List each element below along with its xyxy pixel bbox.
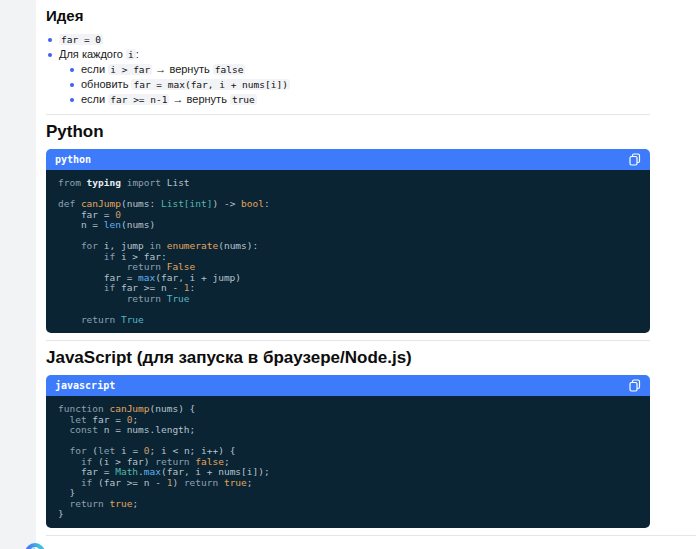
footer-row: Если скажете, на каком языке нужно (C++,… bbox=[46, 543, 650, 549]
code-token: return bbox=[184, 477, 224, 488]
code-token: False bbox=[167, 261, 196, 272]
python-code-block: python from typing import List def canJu… bbox=[46, 149, 650, 333]
inline-code: far >= n-1 bbox=[108, 94, 169, 105]
inline-code: i bbox=[126, 49, 136, 60]
code-token: Math bbox=[115, 466, 138, 477]
code-language-label: javascript bbox=[55, 380, 115, 391]
code-token: i, jump bbox=[104, 240, 150, 251]
idea-heading: Идея bbox=[46, 7, 650, 24]
code-line: return True bbox=[58, 294, 638, 305]
footer-note: Если скажете, на каком языке нужно (C++,… bbox=[48, 546, 451, 549]
idea-bullet: обновить far = max(far, i + nums[i]) bbox=[68, 77, 650, 92]
code-token: True bbox=[121, 314, 144, 325]
code-token: true bbox=[109, 498, 132, 509]
code-token: for bbox=[58, 445, 92, 456]
code-token: max bbox=[138, 272, 155, 283]
code-token: 0 bbox=[115, 209, 121, 220]
code-line: } bbox=[58, 509, 638, 520]
code-token: return bbox=[58, 314, 121, 325]
code-token: def bbox=[58, 198, 81, 209]
code-token: for bbox=[58, 240, 104, 251]
code-token: canJump bbox=[109, 403, 149, 414]
code-token: true bbox=[224, 477, 247, 488]
inline-code: far = 0 bbox=[59, 34, 103, 45]
code-token: const bbox=[58, 424, 104, 435]
code-token: i = bbox=[121, 445, 144, 456]
code-line: const n = nums.length; bbox=[58, 425, 638, 436]
python-code: from typing import List def canJump(nums… bbox=[46, 170, 650, 333]
javascript-code-header: javascript bbox=[46, 375, 650, 396]
code-token: (nums: bbox=[121, 198, 161, 209]
assistant-message: Идея far = 0Для каждого i:если i > far →… bbox=[36, 0, 696, 549]
code-token: return bbox=[58, 498, 109, 509]
bullet-text: если bbox=[81, 63, 108, 75]
code-token: : bbox=[264, 198, 270, 209]
left-gutter bbox=[0, 0, 36, 549]
idea-bullet: если i > far → вернуть false bbox=[68, 62, 650, 77]
code-line: from typing import List bbox=[58, 178, 638, 189]
code-token: let bbox=[98, 445, 121, 456]
code-token: far = bbox=[58, 466, 115, 477]
code-token: ; bbox=[224, 456, 230, 467]
javascript-heading: JavaScript (для запуска в браузере/Node.… bbox=[46, 348, 650, 368]
code-line: def canJump(nums: List[int]) -> bool: bbox=[58, 199, 638, 210]
python-heading: Python bbox=[46, 122, 650, 142]
code-token: n = bbox=[58, 219, 104, 230]
copy-icon[interactable] bbox=[629, 379, 641, 392]
code-token: enumerate bbox=[167, 240, 218, 251]
code-token: max bbox=[144, 466, 161, 477]
bullet-text: обновить bbox=[81, 78, 131, 90]
code-token: (nums) { bbox=[150, 403, 196, 414]
bullet-text: Для каждого bbox=[59, 48, 126, 60]
inline-code: far = max(far, i + nums[i]) bbox=[131, 79, 289, 90]
code-token: far = bbox=[58, 209, 115, 220]
divider bbox=[46, 114, 650, 115]
idea-list: far = 0Для каждого i:если i > far → верн… bbox=[46, 32, 650, 107]
code-token: (far, i + nums[i]); bbox=[161, 466, 270, 477]
code-token: if bbox=[58, 477, 98, 488]
code-token: import bbox=[121, 177, 167, 188]
code-token: i > far: bbox=[121, 251, 167, 262]
code-token: function bbox=[58, 403, 109, 414]
code-token: ) bbox=[172, 477, 183, 488]
javascript-code: function canJump(nums) { let far = 0; co… bbox=[46, 396, 650, 528]
copy-icon-glyph bbox=[629, 379, 641, 392]
copy-icon[interactable] bbox=[629, 153, 641, 166]
code-token: return bbox=[58, 293, 167, 304]
bullet-text: : bbox=[136, 48, 139, 60]
code-line: return true; bbox=[58, 499, 638, 510]
python-code-header: python bbox=[46, 149, 650, 170]
code-token: } bbox=[58, 508, 64, 519]
code-token: (i > far) bbox=[98, 456, 155, 467]
bullet-text: → вернуть bbox=[169, 93, 229, 105]
code-token: let bbox=[58, 414, 92, 425]
inline-code: i > far bbox=[108, 64, 152, 75]
code-token: far = bbox=[92, 414, 126, 425]
code-token: far >= n - bbox=[121, 282, 184, 293]
javascript-code-block: javascript function canJump(nums) { let … bbox=[46, 375, 650, 528]
code-token: if bbox=[58, 251, 121, 262]
code-line bbox=[58, 304, 638, 315]
idea-bullet: Для каждого i: bbox=[46, 47, 650, 62]
chat-page: Идея far = 0Для каждого i:если i > far →… bbox=[0, 0, 696, 549]
code-token: canJump bbox=[81, 198, 121, 209]
code-token: bool bbox=[241, 198, 264, 209]
bullet-text: → вернуть bbox=[152, 63, 212, 75]
code-language-label: python bbox=[55, 154, 91, 165]
code-token: from bbox=[58, 177, 87, 188]
divider bbox=[46, 535, 696, 536]
code-token: return bbox=[155, 456, 195, 467]
code-token: n = nums.length; bbox=[104, 424, 196, 435]
code-token: ; bbox=[132, 414, 138, 425]
code-token: ; bbox=[132, 498, 138, 509]
code-token: if bbox=[58, 456, 98, 467]
code-token: (far, i + jump) bbox=[155, 272, 241, 283]
inline-code: false bbox=[213, 64, 246, 75]
code-token: in bbox=[150, 240, 167, 251]
code-line: n = len(nums) bbox=[58, 220, 638, 231]
code-token: True bbox=[167, 293, 190, 304]
code-line: } bbox=[58, 488, 638, 499]
code-token: far = bbox=[58, 272, 138, 283]
code-line: if (far >= n - 1) return true; bbox=[58, 478, 638, 489]
divider bbox=[46, 340, 650, 341]
